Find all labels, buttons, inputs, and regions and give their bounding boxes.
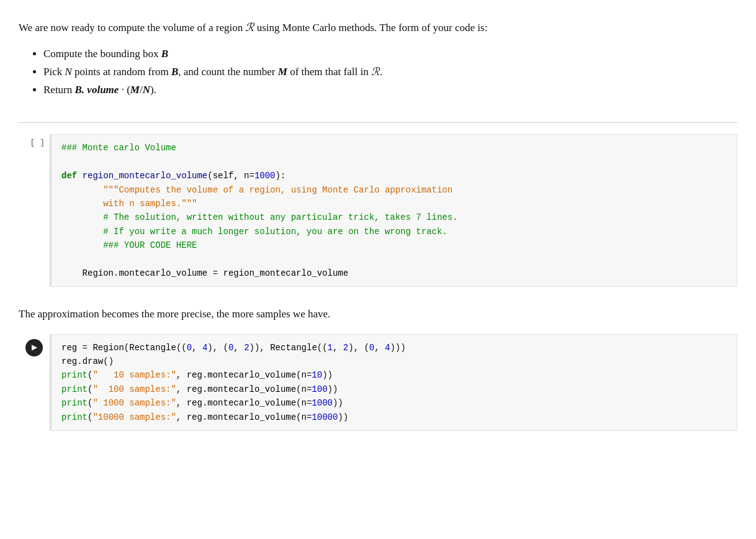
code-cell-1: [ ] ### Monte carlo Volume def region_mo… <box>19 134 737 287</box>
intro-prose-block: We are now ready to compute the volume o… <box>19 12 737 116</box>
cell-body-2[interactable]: reg = Region(Rectangle((0, 4), (0, 2)), … <box>50 334 737 431</box>
run-button[interactable]: ▶ <box>25 339 43 356</box>
middle-prose-text: The approximation becomes the more preci… <box>19 306 737 322</box>
bullet-list: Compute the bounding box B Pick N points… <box>19 45 737 99</box>
bullet-item-2: Pick N points at random from B, and coun… <box>43 63 737 81</box>
section-divider <box>19 122 737 123</box>
middle-prose-block: The approximation becomes the more preci… <box>19 299 737 333</box>
code-content-2: reg = Region(Rectangle((0, 4), (0, 2)), … <box>61 341 727 424</box>
bullet-item-1: Compute the bounding box B <box>43 45 737 63</box>
cell-body-1[interactable]: ### Monte carlo Volume def region_montec… <box>50 134 737 287</box>
bullet-item-3: Return B. volume · (M/N). <box>43 81 737 99</box>
cell-counter-1: [ ] <box>19 134 50 147</box>
intro-paragraph: We are now ready to compute the volume o… <box>19 19 737 37</box>
code-content-1: ### Monte carlo Volume def region_montec… <box>61 141 727 280</box>
code-cell-2: ▶ reg = Region(Rectangle((0, 4), (0, 2))… <box>19 334 737 431</box>
